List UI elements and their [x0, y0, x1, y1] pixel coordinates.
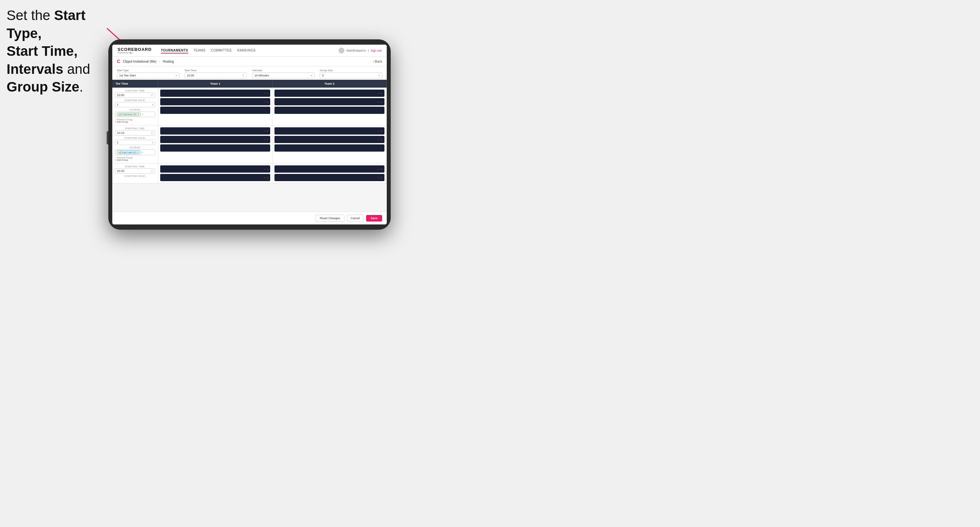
player-slot-2-2: × ○	[274, 98, 385, 105]
breadcrumb: C Clippd Invitational (Me) › Hosting Bac…	[112, 57, 387, 66]
player-slot-g2-1-2: × ○	[160, 136, 270, 143]
player-slot-g2-1-3	[160, 144, 270, 152]
slot-x-icon-4[interactable]: ×	[378, 100, 380, 103]
starting-time-value-2: 10:10	[117, 131, 124, 135]
slot-circle-g3-4[interactable]: ○	[381, 176, 382, 179]
instruction-bold-1: Start Type,	[6, 8, 85, 41]
slot-circle-g3-2[interactable]: ○	[267, 176, 268, 179]
slot-x-g2-1[interactable]: ×	[264, 130, 265, 133]
player-slot-g2-2-3	[274, 144, 385, 152]
sign-out-link[interactable]: Sign out	[371, 49, 382, 52]
slot-x-icon-2[interactable]: ×	[264, 100, 265, 103]
intervals-select[interactable]: 10 Minutes ▾	[252, 73, 315, 78]
course-select-2[interactable]: ⛳ East Lake GC × ▾	[115, 149, 155, 155]
group-row-3: STARTING TIME: 10:20 ⏱ STARTING HOLE: × …	[112, 163, 387, 183]
tab-committee[interactable]: COMMITTEE	[211, 48, 232, 54]
start-time-group: Start Time 10:00 ⏱	[185, 69, 247, 78]
logo-text: SCOREBOARD	[118, 47, 152, 52]
col-tee-time: Tee Time	[112, 80, 158, 87]
group-size-select[interactable]: 3 ▾	[320, 73, 382, 78]
slot-actions-g2-2-2: × ○	[378, 138, 382, 141]
starting-hole-select-1[interactable]: 1 ▾	[115, 102, 155, 107]
player-slot-g3-1-2: × ○	[160, 174, 270, 181]
remove-group-btn-1[interactable]: ○ Remove Group	[115, 119, 155, 121]
slot-x-g3-3[interactable]: ×	[378, 168, 380, 171]
start-type-value: 1st Tee Start	[119, 74, 135, 77]
tab-tournaments[interactable]: TOURNAMENTS	[161, 48, 188, 54]
breadcrumb-tournament[interactable]: Clippd Invitational (Me)	[123, 60, 156, 63]
course-select-1[interactable]: (A) Peachtree GC × ▾	[115, 111, 155, 117]
footer-bar: Reset Changes Cancel Save	[112, 212, 387, 224]
slot-x-g3-2[interactable]: ×	[264, 176, 265, 179]
group-1-left: STARTING TIME: 10:00 ⏱ STARTING HOLE: 1 …	[112, 87, 158, 125]
back-button[interactable]: Back	[373, 60, 382, 63]
logo-subtitle: Powered by clipp	[118, 51, 152, 54]
col-team2: Team 2	[272, 80, 387, 87]
save-button[interactable]: Save	[366, 215, 382, 222]
starting-time-label-3: STARTING TIME:	[115, 165, 155, 168]
starting-hole-select-2[interactable]: 1 ▾	[115, 140, 155, 145]
user-info: blair@clippd.io | Sign out	[339, 48, 382, 54]
slot-circle-g3-3[interactable]: ○	[381, 168, 382, 171]
starting-time-input-1[interactable]: 10:00 ⏱	[115, 92, 155, 98]
user-avatar	[339, 48, 344, 54]
team1-slots-1: × ○ × ○	[158, 87, 272, 125]
team1-slots-3: × ○ × ○	[158, 163, 272, 183]
slot-actions-1-1: × ○	[264, 92, 268, 95]
group-size-label: Group Size	[320, 69, 382, 72]
slot-circle-g2-2[interactable]: ○	[267, 138, 268, 141]
course-tag-1: (A) Peachtree GC ×	[117, 113, 140, 116]
group-2-left: STARTING TIME: 10:10 ⏱ STARTING HOLE: 1 …	[112, 125, 158, 163]
clock-icon-3: ⏱	[151, 170, 153, 173]
player-slot-1-3	[160, 106, 270, 114]
slot-x-g2-2[interactable]: ×	[264, 138, 265, 141]
player-slot-g2-2-2: × ○	[274, 136, 385, 143]
intervals-group: Intervals 10 Minutes ▾	[252, 69, 315, 78]
start-time-label: Start Time	[185, 69, 247, 72]
table-header: Tee Time Team 1 Team 2	[112, 80, 387, 87]
slot-x-icon-3[interactable]: ×	[378, 92, 380, 95]
slot-circle-icon[interactable]: ○	[267, 92, 268, 95]
team2-slots-2: × ○ × ○	[272, 125, 387, 163]
instruction-text: Set the Start Type, Start Time, Interval…	[6, 6, 111, 96]
slot-x-g3-4[interactable]: ×	[378, 176, 380, 179]
app-logo: SCOREBOARD Powered by clipp	[118, 47, 152, 54]
starting-time-label-1: STARTING TIME:	[115, 90, 155, 92]
starting-time-value-3: 10:20	[117, 169, 124, 173]
slot-x-g3-1[interactable]: ×	[264, 168, 265, 171]
user-email: blair@clippd.io	[346, 49, 366, 52]
remove-group-btn-2[interactable]: ○ Remove Group	[115, 157, 155, 159]
player-slot-1-1: × ○	[160, 90, 270, 97]
add-group-btn-2[interactable]: + Add Group	[115, 159, 155, 161]
starting-time-value-1: 10:00	[117, 94, 124, 97]
slot-circle-g2-1[interactable]: ○	[267, 130, 268, 133]
chevron-down-icon-intervals: ▾	[311, 74, 312, 77]
course-icon-2: ⛳	[119, 151, 121, 154]
group-1-right: × ○ × ○	[158, 87, 387, 125]
player-slot-2-1: × ○	[274, 90, 385, 97]
slot-x-g2-3[interactable]: ×	[378, 130, 380, 133]
slot-circle-icon-4[interactable]: ○	[381, 100, 382, 103]
slot-circle-g2-3[interactable]: ○	[381, 130, 382, 133]
start-time-select[interactable]: 10:00 ⏱	[185, 73, 247, 78]
slot-circle-g2-4[interactable]: ○	[381, 138, 382, 141]
slot-circle-icon-3[interactable]: ○	[381, 92, 382, 95]
start-type-select[interactable]: 1st Tee Start ▾	[117, 73, 179, 78]
slot-x-icon[interactable]: ×	[264, 92, 265, 95]
starting-time-input-2[interactable]: 10:10 ⏱	[115, 130, 155, 135]
controls-row: Start Type 1st Tee Start ▾ Start Time 10…	[112, 66, 387, 80]
col-team1: Team 1	[158, 80, 272, 87]
tab-rankings[interactable]: RANKINGS	[237, 48, 255, 54]
slot-x-g2-4[interactable]: ×	[378, 138, 380, 141]
tab-teams[interactable]: TEAMS	[193, 48, 205, 54]
add-group-btn-1[interactable]: + Add Group	[115, 121, 155, 123]
slot-circle-g3-1[interactable]: ○	[267, 168, 268, 171]
group-size-value: 3	[322, 74, 324, 77]
player-slot-1-2: × ○	[160, 98, 270, 105]
cancel-button[interactable]: Cancel	[347, 214, 363, 222]
reset-changes-button[interactable]: Reset Changes	[315, 214, 344, 222]
slot-circle-icon-2[interactable]: ○	[267, 100, 268, 103]
player-slot-g2-2-1: × ○	[274, 127, 385, 135]
player-slot-g3-1-1: × ○	[160, 165, 270, 173]
starting-time-input-3[interactable]: 10:20 ⏱	[115, 168, 155, 174]
